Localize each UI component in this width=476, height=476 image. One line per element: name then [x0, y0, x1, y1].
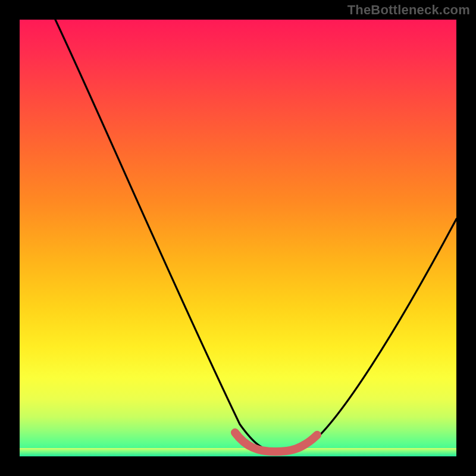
chart-frame: TheBottleneck.com: [0, 0, 476, 476]
watermark-text: TheBottleneck.com: [347, 2, 470, 18]
curve-minimum-highlight: [20, 20, 456, 456]
plot-area: [20, 20, 456, 456]
